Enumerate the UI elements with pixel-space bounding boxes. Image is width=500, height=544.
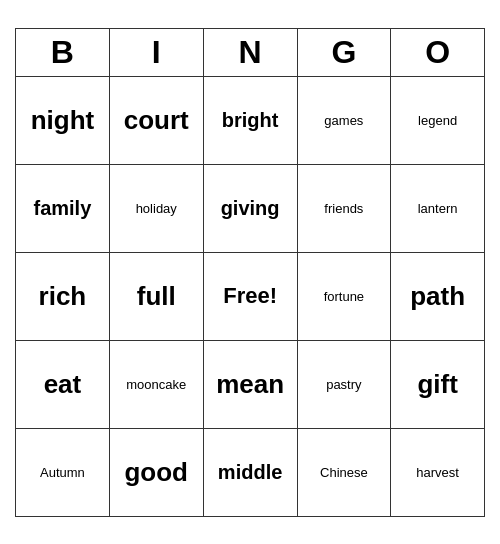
cell-1-2: giving	[203, 164, 297, 252]
bingo-row-1: familyholidaygivingfriendslantern	[16, 164, 485, 252]
cell-4-1: good	[109, 428, 203, 516]
cell-2-1: full	[109, 252, 203, 340]
cell-0-1: court	[109, 76, 203, 164]
cell-0-2: bright	[203, 76, 297, 164]
header-letter-G: G	[297, 28, 391, 76]
cell-1-4: lantern	[391, 164, 485, 252]
header-letter-N: N	[203, 28, 297, 76]
bingo-row-2: richfullFree!fortunepath	[16, 252, 485, 340]
bingo-card: BINGO nightcourtbrightgameslegendfamilyh…	[15, 28, 485, 517]
cell-3-1: mooncake	[109, 340, 203, 428]
cell-4-3: Chinese	[297, 428, 391, 516]
bingo-row-4: AutumngoodmiddleChineseharvest	[16, 428, 485, 516]
cell-3-3: pastry	[297, 340, 391, 428]
cell-0-0: night	[16, 76, 110, 164]
header-letter-O: O	[391, 28, 485, 76]
cell-0-4: legend	[391, 76, 485, 164]
cell-2-4: path	[391, 252, 485, 340]
cell-3-2: mean	[203, 340, 297, 428]
cell-2-0: rich	[16, 252, 110, 340]
cell-1-1: holiday	[109, 164, 203, 252]
cell-1-0: family	[16, 164, 110, 252]
header-letter-I: I	[109, 28, 203, 76]
cell-3-0: eat	[16, 340, 110, 428]
header-row: BINGO	[16, 28, 485, 76]
cell-2-3: fortune	[297, 252, 391, 340]
cell-4-0: Autumn	[16, 428, 110, 516]
cell-3-4: gift	[391, 340, 485, 428]
cell-4-2: middle	[203, 428, 297, 516]
bingo-row-3: eatmooncakemeanpastrygift	[16, 340, 485, 428]
cell-0-3: games	[297, 76, 391, 164]
cell-4-4: harvest	[391, 428, 485, 516]
bingo-row-0: nightcourtbrightgameslegend	[16, 76, 485, 164]
cell-2-2: Free!	[203, 252, 297, 340]
cell-1-3: friends	[297, 164, 391, 252]
header-letter-B: B	[16, 28, 110, 76]
